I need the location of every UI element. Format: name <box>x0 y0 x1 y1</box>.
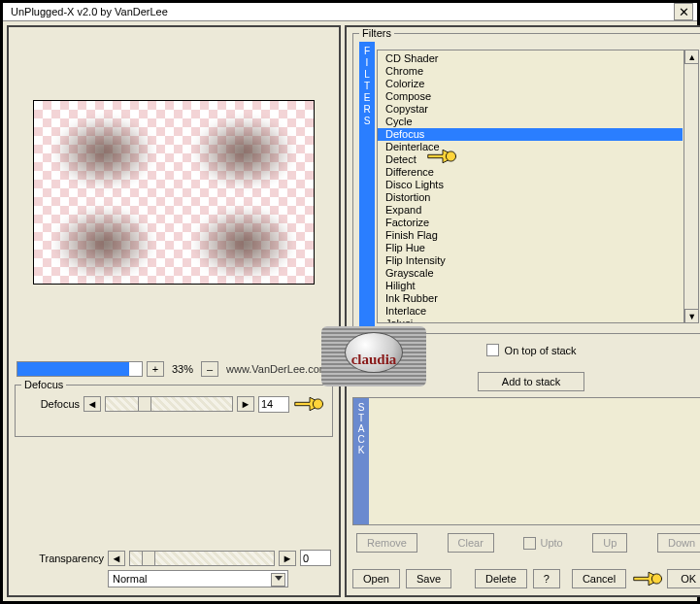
defocus-group-label: Defocus <box>21 379 66 390</box>
filter-item[interactable]: Compose <box>378 90 683 103</box>
zoom-bar[interactable] <box>17 361 143 377</box>
filter-item[interactable]: Ink Rubber <box>378 292 683 305</box>
filter-item[interactable]: Distortion <box>378 191 683 204</box>
pointer-hand-icon <box>632 568 661 589</box>
zoom-in-button[interactable]: + <box>147 361 164 377</box>
filter-item[interactable]: Hilight <box>378 280 683 292</box>
filter-item[interactable]: Chrome <box>378 65 683 78</box>
filter-item[interactable]: Colorize <box>378 78 683 90</box>
zoom-out-button[interactable]: – <box>201 361 218 377</box>
chevron-down-icon <box>275 576 283 581</box>
filter-item[interactable]: Flip Hue <box>378 242 683 254</box>
transparency-slider[interactable] <box>129 551 275 566</box>
filter-item[interactable]: Finish Flag <box>378 229 683 242</box>
filter-item[interactable]: Deinterlace <box>378 141 683 153</box>
window-title: UnPlugged-X v2.0 by VanDerLee <box>7 6 168 17</box>
filters-vert-tab: FILTERS <box>359 42 375 327</box>
defocus-dec-button[interactable]: ◄ <box>83 396 101 412</box>
filter-item[interactable]: Difference <box>378 166 683 179</box>
save-button[interactable]: Save <box>406 569 451 588</box>
transparency-dec-button[interactable]: ◄ <box>108 551 125 566</box>
transparency-label: Transparency <box>17 553 104 564</box>
filter-item[interactable]: Factorize <box>378 217 683 229</box>
preview-image <box>33 100 315 285</box>
cancel-button[interactable]: Cancel <box>572 569 626 588</box>
defocus-slider[interactable] <box>105 396 233 412</box>
filter-item[interactable]: Cycle <box>378 116 683 128</box>
ontop-label: On top of stack <box>505 345 577 356</box>
filter-item[interactable]: Defocus <box>378 128 683 141</box>
upto-label: Upto <box>540 537 562 549</box>
filters-group-label: Filters <box>359 27 394 39</box>
clear-button[interactable]: Clear <box>448 533 494 553</box>
defocus-param-label: Defocus <box>21 398 80 410</box>
svg-point-1 <box>652 574 662 584</box>
filter-item[interactable]: Interlace <box>378 305 683 318</box>
defocus-value-input[interactable] <box>258 396 289 413</box>
blend-mode-value: Normal <box>113 573 147 585</box>
filter-item[interactable]: Copystar <box>378 103 683 116</box>
remove-button[interactable]: Remove <box>356 533 417 553</box>
close-button[interactable]: ✕ <box>674 3 693 20</box>
filter-scrollbar[interactable]: ▲ ▼ <box>683 50 699 323</box>
filter-list[interactable]: CD ShaderChromeColorizeComposeCopystarCy… <box>377 50 699 323</box>
help-button[interactable]: ? <box>533 569 560 588</box>
ontop-checkbox[interactable] <box>486 344 499 356</box>
defocus-inc-button[interactable]: ► <box>237 396 254 412</box>
blend-mode-select[interactable]: Normal <box>108 570 288 587</box>
zoom-percent: 33% <box>168 363 197 375</box>
up-button[interactable]: Up <box>592 533 627 553</box>
transparency-inc-button[interactable]: ► <box>279 551 296 566</box>
filter-item[interactable]: Grayscale <box>378 267 683 280</box>
vendor-link[interactable]: www.VanDerLee.com <box>226 363 328 375</box>
ok-button[interactable]: OK <box>667 569 700 588</box>
scroll-up-button[interactable]: ▲ <box>684 50 699 64</box>
filter-item[interactable]: Disco Lights <box>378 179 683 191</box>
filter-item[interactable]: Expand <box>378 204 683 217</box>
open-button[interactable]: Open <box>352 569 400 588</box>
close-icon: ✕ <box>679 5 689 19</box>
scroll-down-button[interactable]: ▼ <box>684 309 699 323</box>
pointer-hand-icon <box>293 393 326 415</box>
filter-item[interactable]: Detect <box>378 153 683 166</box>
filter-item[interactable]: CD Shader <box>378 52 683 65</box>
down-button[interactable]: Down <box>657 533 700 553</box>
filter-item[interactable]: Flip Intensity <box>378 254 683 267</box>
add-to-stack-button[interactable]: Add to stack <box>478 372 584 391</box>
stack-vert-tab: STACK <box>353 398 369 524</box>
delete-button[interactable]: Delete <box>475 569 527 588</box>
filter-item[interactable]: Jalusi <box>378 318 683 323</box>
stack-list[interactable]: STACK <box>352 397 700 525</box>
upto-checkbox[interactable] <box>523 537 536 550</box>
svg-point-0 <box>313 399 322 409</box>
transparency-value-input[interactable] <box>300 550 331 566</box>
